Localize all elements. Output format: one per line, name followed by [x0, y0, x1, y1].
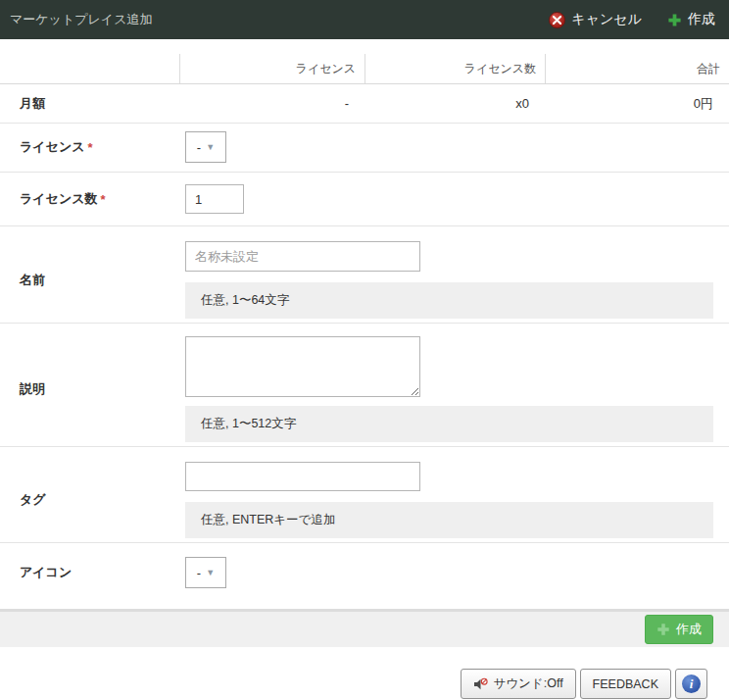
price-summary-table: ライセンス ライセンス数 合計 月額 - x0 0円	[0, 54, 729, 123]
page-footer: サウンド:Off FEEDBACK i	[0, 647, 729, 700]
summary-col-total: 合計	[545, 54, 729, 83]
create-button-top[interactable]: 作成	[667, 11, 715, 28]
icon-select-value: -	[197, 566, 201, 580]
action-bar: 作成	[0, 609, 729, 647]
feedback-button[interactable]: FEEDBACK	[580, 669, 671, 699]
description-textarea[interactable]	[185, 336, 420, 397]
sound-toggle-button[interactable]: サウンド:Off	[461, 669, 576, 699]
name-hint: 任意, 1〜64文字	[185, 282, 713, 319]
monthly-price-label: 月額	[0, 95, 179, 113]
monthly-total-value: 0円	[545, 95, 729, 113]
summary-col-license-count: ライセンス数	[364, 54, 545, 83]
license-select[interactable]: - ▼	[185, 131, 226, 163]
sound-toggle-label: サウンド:Off	[494, 675, 563, 692]
description-row: 説明 任意, 1〜512文字	[0, 323, 729, 446]
name-row: 名前 任意, 1〜64文字	[0, 225, 729, 323]
monthly-license-value: -	[179, 96, 364, 111]
info-icon: i	[682, 675, 701, 693]
tag-hint: 任意, ENTERキーで追加	[185, 502, 713, 538]
icon-select[interactable]: - ▼	[185, 557, 226, 588]
license-count-label-text: ライセンス数	[20, 190, 98, 208]
monthly-license-count-value: x0	[364, 96, 545, 111]
required-marker: *	[101, 192, 106, 207]
description-label: 説明	[0, 336, 185, 442]
cancel-button-label: キャンセル	[571, 11, 642, 28]
plus-icon	[667, 13, 682, 27]
description-hint: 任意, 1〜512文字	[185, 406, 713, 442]
create-button-bottom[interactable]: 作成	[645, 615, 713, 644]
license-label-text: ライセンス	[20, 138, 85, 156]
tag-input[interactable]	[185, 462, 420, 491]
speaker-muted-icon	[473, 677, 488, 691]
create-button-bottom-label: 作成	[676, 621, 702, 638]
tag-label: タグ	[0, 462, 185, 538]
tag-label-text: タグ	[20, 491, 46, 509]
required-marker: *	[88, 140, 93, 155]
price-summary-header-row: ライセンス ライセンス数 合計	[0, 54, 729, 84]
summary-col-license: ライセンス	[179, 54, 364, 83]
summary-col-empty	[0, 54, 179, 83]
create-button-top-label: 作成	[688, 11, 715, 28]
title-bar-actions: キャンセル 作成	[549, 11, 715, 28]
license-count-label: ライセンス数*	[0, 173, 185, 226]
description-label-text: 説明	[20, 380, 45, 398]
tag-row: タグ 任意, ENTERキーで追加	[0, 446, 729, 542]
license-count-row: ライセンス数*	[0, 172, 729, 226]
license-select-value: -	[197, 140, 201, 155]
cancel-x-icon	[549, 12, 565, 28]
icon-label: アイコン	[0, 557, 185, 588]
cancel-button[interactable]: キャンセル	[549, 11, 642, 28]
chevron-down-icon: ▼	[206, 143, 215, 152]
title-bar: マーケットプレイス追加 キャンセル 作成	[0, 0, 729, 39]
icon-label-text: アイコン	[20, 564, 72, 581]
info-button[interactable]: i	[675, 669, 707, 699]
monthly-price-row: 月額 - x0 0円	[0, 84, 729, 123]
page-title: マーケットプレイス追加	[10, 11, 152, 28]
plus-icon	[656, 623, 670, 636]
license-label: ライセンス*	[0, 124, 185, 172]
license-count-input[interactable]	[185, 184, 244, 214]
name-label-text: 名前	[20, 272, 45, 289]
chevron-down-icon: ▼	[206, 569, 215, 577]
feedback-label: FEEDBACK	[593, 677, 658, 691]
name-input[interactable]	[185, 241, 420, 272]
license-row: ライセンス* - ▼	[0, 123, 729, 172]
name-label: 名前	[0, 241, 185, 319]
icon-row: アイコン - ▼	[0, 542, 729, 609]
